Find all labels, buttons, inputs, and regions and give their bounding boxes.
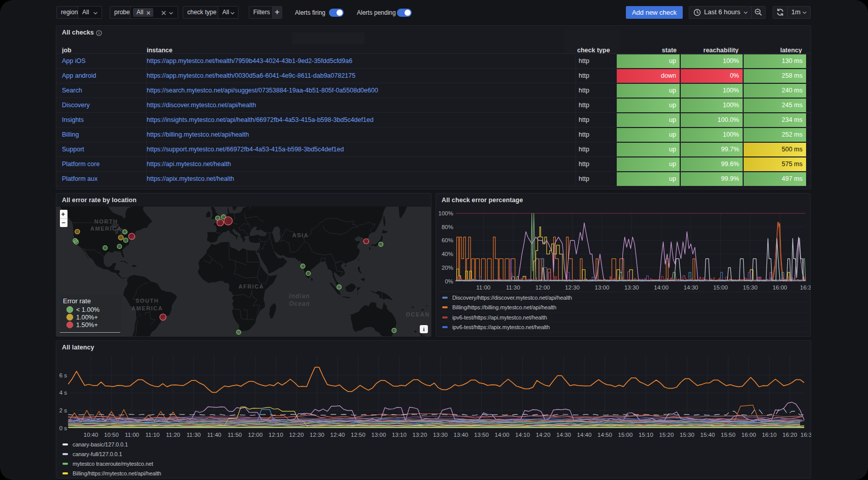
svg-text:13:40: 13:40 <box>454 432 469 438</box>
svg-text:11:00: 11:00 <box>125 432 139 438</box>
svg-text:12:10: 12:10 <box>269 432 283 438</box>
svg-text:13:30: 13:30 <box>433 432 448 438</box>
svg-text:13:20: 13:20 <box>413 432 427 438</box>
svg-text:SOUTH: SOUTH <box>136 298 159 304</box>
svg-text:12:30: 12:30 <box>565 284 580 291</box>
svg-text:4 s: 4 s <box>59 390 68 396</box>
svg-text:15:40: 15:40 <box>700 432 715 438</box>
svg-text:60%: 60% <box>442 237 453 243</box>
svg-text:40%: 40% <box>442 251 453 257</box>
svg-text:15:30: 15:30 <box>680 432 694 438</box>
svg-text:100%: 100% <box>439 210 453 216</box>
svg-text:11:20: 11:20 <box>166 432 180 438</box>
svg-text:0%: 0% <box>445 278 453 284</box>
svg-text:Ocean: Ocean <box>289 300 310 307</box>
svg-text:12:00: 12:00 <box>536 284 550 291</box>
svg-text:12:30: 12:30 <box>310 432 324 438</box>
svg-text:16:3: 16:3 <box>800 432 811 438</box>
svg-text:Indian: Indian <box>289 293 310 300</box>
svg-text:11:40: 11:40 <box>207 432 221 438</box>
svg-text:11:50: 11:50 <box>228 432 242 438</box>
svg-text:13:10: 13:10 <box>392 432 407 438</box>
svg-text:11:10: 11:10 <box>146 432 160 438</box>
svg-text:AFRICA: AFRICA <box>239 283 264 290</box>
svg-text:14:20: 14:20 <box>536 432 551 438</box>
svg-text:11:30: 11:30 <box>187 432 201 438</box>
svg-text:12:20: 12:20 <box>289 432 304 438</box>
svg-text:2 s: 2 s <box>59 407 68 413</box>
svg-text:AMERICA: AMERICA <box>131 305 163 311</box>
svg-text:16:00: 16:00 <box>773 284 787 291</box>
svg-text:14:40: 14:40 <box>577 432 592 438</box>
svg-text:14:10: 14:10 <box>515 432 530 438</box>
svg-text:13:00: 13:00 <box>372 432 386 438</box>
svg-text:13:00: 13:00 <box>595 284 610 291</box>
svg-text:10:40: 10:40 <box>84 432 98 438</box>
svg-text:15:30: 15:30 <box>743 284 758 291</box>
svg-text:16:10: 16:10 <box>762 432 777 438</box>
svg-text:15:20: 15:20 <box>659 432 674 438</box>
svg-text:15:00: 15:00 <box>618 432 633 438</box>
svg-text:6 s: 6 s <box>59 372 68 378</box>
svg-text:OCEAN: OCEAN <box>406 311 429 317</box>
svg-text:11:00: 11:00 <box>476 284 490 291</box>
svg-text:0 s: 0 s <box>59 425 68 431</box>
svg-text:NORTH: NORTH <box>94 218 118 225</box>
svg-text:13:50: 13:50 <box>474 432 489 438</box>
svg-text:15:10: 15:10 <box>639 432 653 438</box>
svg-text:16:20: 16:20 <box>783 432 797 438</box>
svg-text:14:50: 14:50 <box>597 432 612 438</box>
svg-text:12:00: 12:00 <box>248 432 263 438</box>
svg-text:16:3: 16:3 <box>800 284 811 291</box>
svg-text:10:50: 10:50 <box>104 432 119 438</box>
svg-text:20%: 20% <box>442 265 453 271</box>
svg-text:14:00: 14:00 <box>654 284 669 291</box>
svg-text:14:30: 14:30 <box>684 284 698 291</box>
svg-text:11:30: 11:30 <box>506 284 520 291</box>
svg-text:16:00: 16:00 <box>742 432 756 438</box>
svg-text:AMERICA: AMERICA <box>90 226 122 232</box>
svg-text:ASIA: ASIA <box>292 232 309 238</box>
svg-text:12:50: 12:50 <box>351 432 365 438</box>
svg-text:14:00: 14:00 <box>495 432 510 438</box>
svg-text:80%: 80% <box>442 224 453 230</box>
svg-text:14:30: 14:30 <box>556 432 571 438</box>
svg-text:15:00: 15:00 <box>713 284 728 291</box>
svg-text:15:50: 15:50 <box>721 432 736 438</box>
svg-text:12:40: 12:40 <box>330 432 345 438</box>
svg-text:13:30: 13:30 <box>624 284 639 291</box>
